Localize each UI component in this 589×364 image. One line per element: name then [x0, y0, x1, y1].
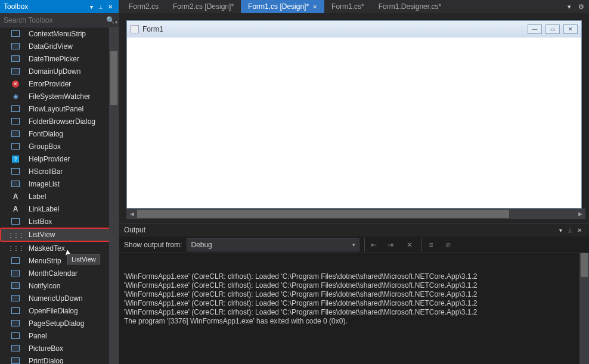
toolbox-item-groupbox[interactable]: GroupBox — [0, 140, 119, 153]
toolbox-item-label: MaskedTex — [29, 244, 65, 253]
pin-icon[interactable]: ⟂ — [96, 4, 106, 10]
tab-form1-cs-[interactable]: Form1.cs* — [324, 0, 371, 13]
dropdown-icon[interactable]: ▾ — [556, 227, 565, 234]
output-vscrollbar[interactable] — [579, 253, 589, 364]
output-line: 'WinFormsApp1.exe' (CoreCLR: clrhost): L… — [124, 308, 584, 317]
err-icon: ✕ — [11, 79, 20, 89]
output-panel: Output ▾ ⟂ ✕ Show output from: Debug ⇤ ⇥… — [119, 223, 589, 364]
toolbox-item-fontdialog[interactable]: FontDialog — [0, 127, 119, 140]
close-icon[interactable]: ✕ — [312, 4, 317, 10]
toolbox-item-openfiledialog[interactable]: OpenFileDialog — [0, 304, 119, 317]
toolbox-item-label: ErrorProvider — [29, 80, 71, 88]
tab-form1-cs--design--[interactable]: Form1.cs [Design]*✕ — [241, 0, 324, 13]
a-icon: A — [11, 204, 20, 214]
toolbox-item-domainupdown[interactable]: DomainUpDown — [0, 65, 119, 77]
toolbox-item-maskedtex[interactable]: ⋮⋮⋮MaskedTex — [0, 242, 119, 254]
toolbox-item-label[interactable]: ALabel — [0, 190, 119, 203]
toolbox-scrollbar[interactable] — [109, 27, 119, 364]
toolbox-item-label: HScrollBar — [29, 167, 63, 176]
box-icon — [11, 117, 20, 126]
toolbox-item-flowlayoutpanel[interactable]: FlowLayoutPanel — [0, 102, 119, 115]
gear-icon[interactable]: ⚙ — [578, 0, 589, 13]
close-button[interactable]: ✕ — [563, 24, 578, 34]
output-line: 'WinFormsApp1.exe' (CoreCLR: clrhost): L… — [124, 272, 584, 281]
toolbox-item-datagridview[interactable]: DataGridView — [0, 40, 119, 52]
toolbox-item-label: Label — [29, 192, 46, 201]
output-line: The program '[3376] WinFormsApp1.exe' ha… — [124, 317, 584, 326]
toolbox-item-label: MonthCalendar — [29, 269, 78, 278]
form1-client-area[interactable] — [127, 38, 581, 208]
designer-hscrollbar[interactable]: ◀ ▶ — [126, 209, 585, 219]
form1-icon — [131, 25, 139, 33]
output-text[interactable]: 'WinFormsApp1.exe' (CoreCLR: clrhost): L… — [119, 253, 589, 364]
toolbox-item-hscrollbar[interactable]: HScrollBar — [0, 165, 119, 178]
box-icon — [11, 142, 20, 151]
close-icon[interactable]: ✕ — [575, 227, 584, 234]
hscroll-thumb[interactable] — [137, 210, 509, 218]
tab-label: Form1.cs [Design]* — [248, 2, 309, 11]
tab-label: Form1.cs* — [331, 2, 364, 11]
toolbox-item-pagesetupdialog[interactable]: PageSetupDialog — [0, 317, 119, 329]
tab-form1-designer-cs-[interactable]: Form1.Designer.cs* — [371, 0, 448, 13]
toolbox-item-panel[interactable]: Panel — [0, 329, 119, 342]
scroll-left-icon[interactable]: ◀ — [126, 211, 137, 217]
toggle-icon[interactable]: ⎚ — [441, 238, 455, 251]
box-icon — [11, 306, 20, 316]
toolbox-item-numericupdown[interactable]: NumericUpDown — [0, 292, 119, 304]
toolbox-item-listview[interactable]: ⋮⋮⋮ListView — [0, 228, 119, 242]
tabs-dropdown-icon[interactable]: ▾ — [568, 0, 578, 13]
toolbox-item-datetimepicker[interactable]: DateTimePicker — [0, 52, 119, 65]
pin-icon[interactable]: ⟂ — [565, 227, 575, 234]
toolbox-item-folderbrowserdialog[interactable]: FolderBrowserDialog — [0, 115, 119, 127]
designer-surface[interactable]: Form1 — ▭ ✕ ◀ ▶ — [119, 13, 589, 223]
toolbox-item-linklabel[interactable]: ALinkLabel — [0, 203, 119, 215]
search-input[interactable] — [0, 16, 102, 24]
toolbox-item-picturebox[interactable]: PictureBox — [0, 342, 119, 354]
prev-icon[interactable]: ⇤ — [364, 238, 379, 251]
toolbox-item-notifyicon[interactable]: NotifyIcon — [0, 279, 119, 292]
toolbox-item-listbox[interactable]: ListBox — [0, 215, 119, 228]
toolbox-item-label: MenuStrip — [29, 257, 61, 265]
boxf-icon — [11, 294, 20, 303]
tab-form2-cs[interactable]: Form2.cs — [122, 0, 166, 13]
toolbox-item-menustrip[interactable]: MenuStrip — [0, 254, 119, 267]
output-header: Output ▾ ⟂ ✕ — [119, 223, 589, 237]
clear-icon[interactable]: ✕ — [402, 238, 417, 251]
maximize-button[interactable]: ▭ — [545, 24, 560, 34]
toolbox-list: ContextMenuStripDataGridViewDateTimePick… — [0, 27, 119, 364]
a-icon: A — [11, 192, 20, 201]
toolbox-item-label: ImageList — [29, 180, 60, 188]
scrollbar-thumb[interactable] — [110, 51, 117, 105]
hscroll-track[interactable] — [137, 209, 575, 219]
tab-form2-cs--design--[interactable]: Form2.cs [Design]* — [166, 0, 241, 13]
dropdown-icon[interactable]: ▾ — [86, 4, 96, 10]
toolbox-item-contextmenustrip[interactable]: ContextMenuStrip — [0, 27, 119, 40]
form1-window[interactable]: Form1 — ▭ ✕ — [126, 20, 582, 209]
show-output-label: Show output from: — [124, 241, 182, 249]
boxf-icon — [11, 42, 20, 51]
toolbox-item-filesystemwatcher[interactable]: ◉FileSystemWatcher — [0, 90, 119, 102]
toolbox-item-label: DateTimePicker — [29, 55, 79, 63]
toolbox-item-errorprovider[interactable]: ✕ErrorProvider — [0, 77, 119, 90]
output-vthumb[interactable] — [581, 253, 588, 277]
toolbox-item-label: LinkLabel — [29, 205, 59, 213]
toolbox-item-label: DataGridView — [29, 42, 73, 51]
wordwrap-icon[interactable]: ≡ — [421, 238, 436, 251]
toolbox-item-label: PrintDialog — [29, 357, 64, 365]
toolbox-item-label: ContextMenuStrip — [29, 30, 86, 38]
scroll-right-icon[interactable]: ▶ — [575, 211, 585, 217]
next-icon[interactable]: ⇥ — [383, 238, 398, 251]
minimize-button[interactable]: — — [528, 24, 542, 34]
toolbox-panel: Toolbox ▾ ⟂ ✕ 🔍 ContextMenuStripDataGrid… — [0, 0, 119, 364]
toolbox-item-printdialog[interactable]: PrintDialog — [0, 354, 119, 364]
search-icon[interactable]: 🔍 — [102, 16, 119, 24]
toolbox-item-label: DomainUpDown — [29, 67, 80, 76]
output-source-value: Debug — [191, 241, 212, 249]
boxf-icon — [11, 179, 20, 189]
output-line: 'WinFormsApp1.exe' (CoreCLR: clrhost): L… — [124, 281, 584, 290]
toolbox-item-helpprovider[interactable]: ?HelpProvider — [0, 153, 119, 165]
toolbox-item-imagelist[interactable]: ImageList — [0, 178, 119, 190]
close-icon[interactable]: ✕ — [106, 4, 115, 10]
toolbox-item-monthcalendar[interactable]: MonthCalendar — [0, 267, 119, 279]
output-source-select[interactable]: Debug — [187, 238, 359, 251]
